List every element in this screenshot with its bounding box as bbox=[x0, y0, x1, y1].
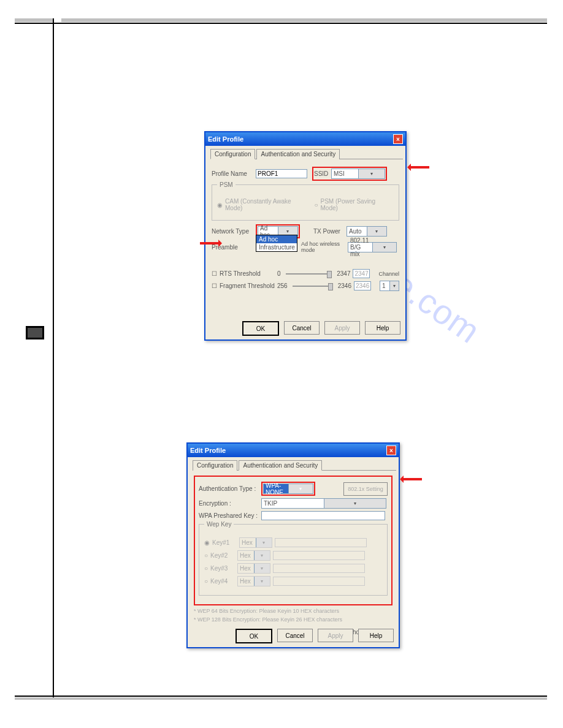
psm-group: PSM CAM (Constantly Awake Mode) PSM (Pow… bbox=[212, 184, 399, 221]
rule-top-right bbox=[61, 18, 547, 22]
frag-slider[interactable] bbox=[293, 286, 333, 287]
txpower-value: Auto bbox=[347, 228, 367, 235]
adhoc-mode-label: Ad hoc wireless mode bbox=[301, 241, 345, 253]
ssid-label: SSID bbox=[314, 170, 331, 177]
rule-bottom-grey bbox=[15, 697, 547, 700]
chevron-down-icon[interactable]: ▾ bbox=[389, 281, 399, 290]
tab-configuration[interactable]: Configuration bbox=[193, 460, 237, 471]
frag-label: Fragment Threshold bbox=[220, 282, 275, 289]
rule-top-left bbox=[15, 18, 53, 22]
wep-key1-label: Key#1 bbox=[212, 539, 237, 546]
tab-configuration[interactable]: Configuration bbox=[210, 149, 255, 159]
apply-button: Apply bbox=[324, 321, 360, 335]
frag-value-input bbox=[354, 281, 371, 290]
encryption-combo[interactable]: TKIP ▾ bbox=[261, 498, 386, 509]
button-bar: OK Cancel Apply Help bbox=[236, 629, 394, 643]
button-bar: OK Cancel Apply Help bbox=[242, 321, 400, 336]
arrow-icon bbox=[408, 166, 429, 169]
frag-min: 256 bbox=[277, 282, 288, 289]
adhoc-mode-combo[interactable]: 802.11 B/G mix ▾ bbox=[348, 242, 397, 252]
close-icon[interactable]: × bbox=[386, 446, 396, 455]
encryption-value: TKIP bbox=[262, 500, 324, 507]
chevron-down-icon[interactable]: ▾ bbox=[372, 243, 397, 252]
chevron-down-icon[interactable]: ▾ bbox=[367, 227, 387, 236]
psm-title: PSM bbox=[217, 181, 236, 188]
chevron-down-icon[interactable]: ▾ bbox=[324, 499, 386, 508]
wep-key4-type: Hex▾ bbox=[237, 576, 270, 586]
arrow-icon bbox=[200, 242, 221, 245]
wep-key1-type: Hex▾ bbox=[239, 537, 272, 548]
rule-side bbox=[53, 18, 54, 699]
wep-note-2: * WEP 128 Bits Encryption: Please Keyin … bbox=[194, 616, 393, 623]
psk-input[interactable] bbox=[261, 511, 385, 520]
encryption-label: Encryption : bbox=[199, 500, 259, 507]
dialog-title: Edit Profile bbox=[190, 447, 226, 454]
wep-key3-label: Key#3 bbox=[210, 565, 235, 572]
wep-note-1: * WEP 64 Bits Encryption: Please Keyin 1… bbox=[194, 608, 393, 614]
network-type-option-adhoc[interactable]: Ad hoc bbox=[256, 235, 297, 243]
cam-radio bbox=[217, 202, 223, 208]
tab-auth-security[interactable]: Authentication and Security bbox=[239, 460, 322, 471]
chevron-down-icon: ▾ bbox=[254, 551, 270, 560]
edit-profile-dialog-auth: Edit Profile × Configuration Authenticat… bbox=[186, 442, 400, 648]
dialog-body: Profile Name SSID MSI ▾ PSM CAM (Constan… bbox=[205, 159, 405, 298]
wep-group: Wep Key Key#1Hex▾ Key#2Hex▾ Key#3Hex▾ Ke… bbox=[199, 524, 388, 596]
dialog-body: Authentication Type : WPA-NONE ▾ 802.1x … bbox=[188, 471, 399, 643]
close-icon[interactable]: × bbox=[393, 134, 403, 144]
frag-checkbox[interactable] bbox=[212, 282, 217, 289]
help-button[interactable]: Help bbox=[358, 629, 394, 642]
rule-top-black bbox=[15, 23, 547, 24]
cancel-button[interactable]: Cancel bbox=[284, 321, 320, 335]
arrow-icon bbox=[401, 478, 422, 480]
wep-key3-radio bbox=[204, 565, 208, 572]
network-type-option-infra[interactable]: Infrastructure bbox=[256, 243, 297, 251]
highlighted-block: Authentication Type : WPA-NONE ▾ 802.1x … bbox=[194, 476, 393, 605]
txpower-label: TX Power bbox=[313, 228, 344, 235]
side-tab bbox=[26, 326, 44, 339]
psm-radio bbox=[314, 202, 318, 208]
wep-key2-type: Hex▾ bbox=[237, 550, 270, 561]
wep-key4-label: Key#4 bbox=[210, 578, 235, 585]
rts-value-input bbox=[353, 269, 370, 278]
apply-button: Apply bbox=[318, 629, 353, 642]
ok-button[interactable]: OK bbox=[242, 321, 279, 336]
ok-button[interactable]: OK bbox=[236, 629, 272, 643]
adhoc-mode-value: 802.11 B/G mix bbox=[348, 237, 372, 257]
auth-type-combo[interactable]: WPA-NONE ▾ bbox=[263, 483, 313, 494]
rts-max: 2347 bbox=[337, 270, 350, 277]
network-type-dropdown[interactable]: Ad hoc Infrastructure bbox=[256, 235, 297, 252]
rts-slider[interactable] bbox=[286, 273, 332, 275]
channel-label: Channel bbox=[378, 271, 399, 277]
cam-label: CAM (Constantly Awake Mode) bbox=[225, 198, 309, 211]
tabstrip: Configuration Authentication and Securit… bbox=[193, 460, 396, 471]
help-button[interactable]: Help bbox=[365, 321, 400, 335]
tabstrip: Configuration Authentication and Securit… bbox=[210, 148, 403, 159]
wep-key2-label: Key#2 bbox=[210, 552, 235, 559]
wep-key4-radio bbox=[204, 578, 208, 585]
frag-max: 2346 bbox=[338, 282, 351, 289]
wep-key2-input bbox=[273, 551, 365, 560]
wep-key4-input bbox=[273, 577, 365, 586]
wep-key2-radio bbox=[204, 552, 208, 559]
rts-checkbox[interactable] bbox=[212, 270, 217, 277]
psm-label: PSM (Power Saving Mode) bbox=[321, 198, 394, 211]
rts-label: RTS Threshold bbox=[220, 270, 275, 277]
chevron-down-icon[interactable]: ▾ bbox=[358, 169, 385, 178]
tab-auth-security[interactable]: Authentication and Security bbox=[256, 149, 340, 159]
dialog-title: Edit Profile bbox=[208, 135, 243, 143]
txpower-combo[interactable]: Auto ▾ bbox=[347, 226, 387, 237]
rule-bottom-black bbox=[15, 696, 547, 697]
cancel-button[interactable]: Cancel bbox=[277, 629, 313, 642]
ssid-value: MSI bbox=[332, 170, 358, 177]
wep-key3-type: Hex▾ bbox=[237, 563, 270, 574]
psk-label: WPA Preshared Key : bbox=[199, 512, 259, 519]
chevron-down-icon[interactable]: ▾ bbox=[288, 484, 313, 493]
8021x-setting-button: 802.1x Setting bbox=[343, 482, 388, 496]
profile-name-input[interactable] bbox=[256, 169, 307, 178]
auth-type-value: WPA-NONE bbox=[264, 482, 288, 496]
rts-min: 0 bbox=[277, 270, 281, 277]
channel-combo[interactable]: 1 ▾ bbox=[380, 281, 399, 291]
ssid-combo[interactable]: MSI ▾ bbox=[331, 169, 385, 179]
wep-title: Wep Key bbox=[204, 521, 234, 528]
wep-key3-input bbox=[273, 564, 365, 573]
